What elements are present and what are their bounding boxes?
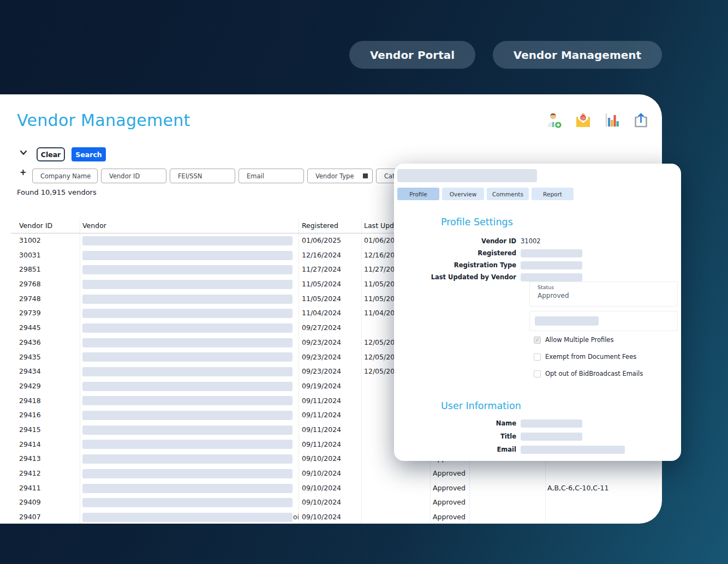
header-vendor[interactable]: Vendor [80,218,299,233]
field-row-registration-type: Registration Type [394,261,634,269]
field-label: Name [394,419,521,427]
checkbox-row-exempt-from-document-fees[interactable]: Exempt from Document Fees [534,353,643,361]
vendor-id-cell: 29413 [11,452,80,466]
field-row-vendor-id: Vendor ID31002 [394,237,634,245]
add-filter-icon[interactable]: + [20,167,27,177]
add-user-icon[interactable] [546,112,562,128]
registered-cell: 09/10/2024 [299,495,362,510]
vendor-cell [80,277,299,292]
vendor-id-cell: 29418 [11,394,80,409]
clear-button[interactable]: Clear [37,147,65,161]
redacted-value [521,446,625,454]
redacted-vendor-name [82,338,293,347]
redacted-vendor-name [82,498,293,507]
registered-cell: 09/10/2024 [299,510,362,524]
vendor-id-cell: 29411 [11,481,80,496]
vendor-id-cell: 29739 [11,306,80,321]
search-button[interactable]: Search [71,147,106,161]
registered-cell: 11/27/2024 [299,262,362,277]
redacted-vendor-name [82,367,293,376]
registered-cell: 09/23/2024 [299,335,362,350]
redacted-vendor-name [82,382,293,391]
field-label: Title [394,433,521,440]
vendor-cell [80,248,299,263]
status-value: Approved [538,292,677,299]
filter-input-company-name[interactable]: Company Name [32,169,98,183]
vendor-cell [80,335,299,350]
redacted-vendor-name [82,513,293,522]
vendor-cell [80,306,299,321]
tab-comments[interactable]: Comments [487,188,529,200]
redacted-value [521,249,582,257]
export-icon[interactable] [633,112,649,128]
table-row[interactable]: 2941109/10/2024ApprovedA,B,C-6,C-10,C-11 [11,481,662,496]
vendor-cell [80,495,299,510]
checkbox-row-allow-multiple-profiles[interactable]: ✓Allow Multiple Profiles [534,336,643,344]
email-campaign-icon[interactable]: @ [575,112,591,128]
registered-cell: 09/27/2024 [299,321,362,335]
redacted-vendor-name [82,265,293,274]
filter-placeholder: Vendor Type [315,172,354,180]
vendor-cell [80,262,299,277]
filter-input-fei-ssn[interactable]: FEI/SSN [170,169,235,183]
vendor-id-cell: 29409 [11,495,80,510]
categories-cell [546,466,662,481]
redacted-vendor-name [82,309,293,318]
header-vendor-id[interactable]: Vendor ID [11,218,80,233]
redacted-vendor-name [82,236,293,245]
vendor-cell [80,452,299,466]
registered-cell: 11/05/2024 [299,277,362,292]
bar-chart-icon[interactable] [604,112,620,128]
nav-pill-vendor-management[interactable]: Vendor Management [493,41,662,69]
field-label: Email [394,446,521,453]
table-row[interactable]: 2941209/10/2024Approved [11,466,662,481]
filter-input-vendor-id[interactable]: Vendor ID [101,169,166,183]
checkbox-row-opt-out-of-bidbroadcast-emails[interactable]: Opt out of BidBroadcast Emails [534,370,643,377]
checkbox-exempt-from-document-fees[interactable] [534,353,541,361]
table-row[interactable]: 29407oic09/10/2024Approved [11,510,662,524]
filter-placeholder: Cat [384,172,395,180]
filter-placeholder: Vendor ID [109,172,140,180]
redacted-value [521,261,582,269]
last-updated-cell [362,466,431,481]
status-select[interactable]: Status Approved [529,281,678,307]
status-cell: Approved [431,481,470,496]
vendor-id-cell: 29434 [11,364,80,379]
tab-report[interactable]: Report [532,188,574,200]
redacted-vendor-name [82,440,293,449]
field-row-registered: Registered [394,249,634,257]
redacted-vendor-name [82,295,293,304]
filter-input-vendor-type[interactable]: Vendor Type [307,169,373,183]
vendor-cell [80,466,299,481]
collapse-filters-chevron-icon[interactable] [20,150,27,155]
registered-cell: 09/10/2024 [299,481,362,496]
tab-profile[interactable]: Profile [397,188,439,200]
filter-input-email[interactable]: Email [238,169,304,183]
nav-pill-label: Vendor Management [514,49,641,62]
user-information-heading: User Information [441,400,521,411]
registered-cell: 12/16/2024 [299,248,362,263]
profile-fields: Vendor ID31002RegisteredRegistration Typ… [394,237,634,285]
user-fields: NameTitleEmail [394,419,634,458]
spare-cell [470,481,546,496]
tab-overview[interactable]: Overview [442,188,484,200]
registered-cell: 11/04/2024 [299,306,362,321]
checkbox-opt-out-of-bidbroadcast-emails[interactable] [534,370,541,377]
redacted-field-box [529,311,678,331]
field-row-email: Email [394,445,634,454]
field-label: Registered [394,249,521,257]
status-cell: Approved [431,495,470,510]
dropdown-indicator-icon [363,173,368,178]
vendor-id-cell: 29436 [11,335,80,350]
redacted-value [521,419,582,428]
table-row[interactable]: 2940909/10/2024Approved [11,495,662,510]
vendor-id-cell: 29412 [11,466,80,481]
field-row-title: Title [394,432,634,441]
redacted-vendor-name [82,454,293,464]
header-registered[interactable]: Registered [299,218,362,233]
nav-pill-vendor-portal[interactable]: Vendor Portal [349,41,475,69]
vendor-id-cell: 29415 [11,423,80,437]
vendor-cell [80,379,299,394]
svg-text:@: @ [581,115,586,121]
checkbox-allow-multiple-profiles[interactable]: ✓ [534,337,541,344]
